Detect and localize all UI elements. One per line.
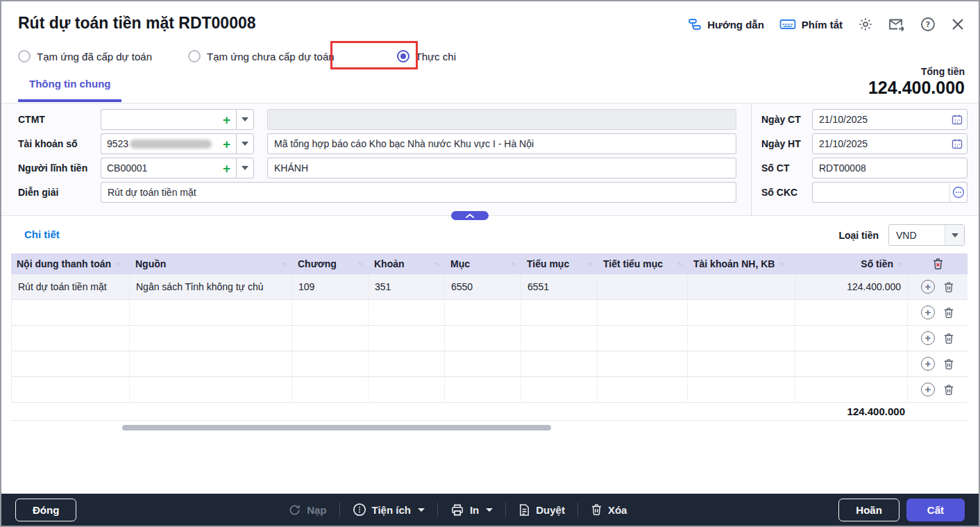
date-ht-field[interactable]: 21/10/2025: [812, 133, 968, 154]
add-plus-icon[interactable]: +: [223, 162, 230, 175]
form-divider: [751, 103, 752, 216]
close-icon[interactable]: [951, 17, 965, 31]
table-row-empty[interactable]: +: [11, 377, 968, 403]
approve-button[interactable]: Duyệt: [518, 503, 565, 517]
ellipsis-circle-icon: [952, 186, 965, 199]
col-tai-khoan-nh-kb[interactable]: Tài khoản NH, KB↑↓: [688, 253, 795, 274]
add-row-icon[interactable]: +: [921, 383, 935, 396]
sort-icon[interactable]: ↑↓: [677, 260, 682, 267]
document-icon: [518, 503, 530, 517]
collapse-form-button[interactable]: [451, 211, 489, 220]
sort-icon[interactable]: ↑↓: [587, 260, 592, 267]
delete-row-icon[interactable]: [943, 307, 954, 319]
date-ct-field[interactable]: 21/10/2025: [812, 109, 968, 130]
sort-icon[interactable]: ↑↓: [282, 260, 287, 267]
add-row-icon[interactable]: +: [921, 331, 935, 345]
table-row[interactable]: Rút dự toán tiền mặt Ngân sách Tỉnh khôn…: [11, 274, 968, 300]
col-muc[interactable]: Mục↑↓: [445, 253, 521, 274]
reload-button[interactable]: Nạp: [288, 503, 326, 517]
utilities-button[interactable]: Tiện ích: [353, 503, 425, 517]
col-chuong[interactable]: Chương↑↓: [292, 253, 369, 274]
shortcut-label: Phím tắt: [802, 19, 843, 31]
postpone-button[interactable]: Hoãn: [838, 499, 899, 521]
separator: [339, 503, 340, 517]
col-khoan[interactable]: Khoản↑↓: [369, 253, 445, 274]
utilities-circle-icon: [353, 503, 366, 517]
calendar-icon[interactable]: [952, 114, 963, 125]
page-title: Rút dự toán tiền mặt RDT00008: [18, 14, 256, 33]
detail-title: Chi tiết: [24, 228, 60, 240]
redacted-account-digits: [130, 140, 212, 149]
col-so-tien[interactable]: Số tiền↑↓: [795, 253, 908, 274]
sort-icon[interactable]: ↑↓: [115, 260, 120, 267]
calendar-icon[interactable]: [952, 138, 963, 149]
sort-icon[interactable]: ↑↓: [511, 260, 516, 267]
scrollbar-thumb[interactable]: [122, 425, 551, 430]
sort-icon[interactable]: ↑↓: [779, 260, 784, 267]
ctmt-input[interactable]: +: [101, 109, 236, 130]
gear-icon[interactable]: [858, 17, 873, 32]
close-button[interactable]: Đóng: [15, 499, 76, 521]
detail-table: Nội dung thanh toán↑↓ Nguồn↑↓ Chương↑↓ K…: [11, 253, 968, 421]
trash-x-icon[interactable]: [932, 258, 944, 270]
mail-send-icon[interactable]: [888, 17, 905, 31]
save-button[interactable]: Cất: [906, 499, 965, 521]
sort-icon[interactable]: ↑↓: [358, 260, 363, 267]
separator: [437, 503, 438, 517]
row-actions: +: [908, 351, 968, 377]
delete-row-icon[interactable]: [943, 358, 954, 370]
title-actions: Hướng dẫn Phím tắt ?: [688, 17, 965, 32]
doc-no-field[interactable]: RDT00008: [812, 158, 968, 178]
receiver-combo: CB00001 +: [101, 158, 254, 178]
table-row-empty[interactable]: +: [11, 326, 968, 351]
ctmt-dropdown-button[interactable]: [236, 109, 254, 130]
add-plus-icon[interactable]: +: [223, 113, 230, 126]
radio-tam-ung-chua-cap[interactable]: Tạm ứng chưa cấp dự toán: [188, 50, 335, 62]
ckc-lookup-button[interactable]: [949, 182, 968, 203]
receiver-input[interactable]: CB00001 +: [101, 158, 236, 178]
table-total: 124.400.000: [11, 403, 968, 421]
account-dropdown-button[interactable]: [236, 133, 254, 154]
radio-thuc-chi[interactable]: Thực chi: [397, 50, 456, 62]
receiver-dropdown-button[interactable]: [236, 158, 254, 178]
add-row-icon[interactable]: +: [921, 357, 935, 371]
row-actions: +: [908, 274, 968, 300]
radio-icon: [188, 50, 201, 62]
description-field[interactable]: Rút dự toán tiền mặt: [101, 182, 736, 203]
col-noi-dung[interactable]: Nội dung thanh toán↑↓: [11, 253, 130, 274]
delete-button[interactable]: Xóa: [591, 503, 627, 516]
add-plus-icon[interactable]: +: [223, 137, 230, 151]
currency-select[interactable]: VND: [888, 224, 965, 246]
ckc-no-field[interactable]: [812, 182, 949, 203]
print-button[interactable]: In: [450, 503, 493, 517]
col-nguon[interactable]: Nguồn↑↓: [130, 253, 292, 274]
radio-icon: [18, 50, 31, 62]
sort-icon[interactable]: ↑↓: [434, 260, 439, 267]
guide-button[interactable]: Hướng dẫn: [688, 17, 764, 31]
footer-toolbar: Đóng Nạp Tiện ích In: [1, 494, 979, 526]
total-amount-block: Tổng tiền 124.400.000: [868, 66, 965, 98]
shortcut-button[interactable]: Phím tắt: [779, 18, 843, 31]
col-tiet-tieu-muc[interactable]: Tiết tiểu mục↑↓: [598, 253, 688, 274]
delete-row-icon[interactable]: [943, 384, 954, 396]
radio-tam-ung-da-cap[interactable]: Tạm ứng đã cấp dự toán: [18, 50, 152, 62]
tab-thong-tin-chung[interactable]: Thông tin chung: [18, 78, 121, 102]
add-row-icon[interactable]: +: [921, 280, 935, 294]
chevron-down-icon: [418, 508, 425, 512]
add-row-icon[interactable]: +: [921, 306, 935, 319]
title-bar: Rút dự toán tiền mặt RDT00008 Hướng dẫn …: [1, 1, 979, 42]
receiver-name-field[interactable]: KHÁNH: [267, 158, 736, 178]
horizontal-scrollbar[interactable]: [11, 424, 968, 432]
table-row-empty[interactable]: +: [11, 300, 968, 326]
help-icon[interactable]: ?: [920, 17, 936, 32]
ctmt-combo: +: [101, 109, 254, 130]
delete-row-icon[interactable]: [943, 333, 954, 344]
table-row-empty[interactable]: +: [11, 351, 968, 377]
general-info-form: CTMT + Tài khoản số 9523 + Mã tổng hợp b…: [1, 103, 979, 216]
col-delete-all[interactable]: [908, 253, 968, 274]
account-desc-field[interactable]: Mã tổng hợp báo cáo Kho bạc Nhà nước Khu…: [267, 133, 736, 154]
col-tieu-muc[interactable]: Tiểu mục↑↓: [521, 253, 598, 274]
delete-row-icon[interactable]: [943, 281, 954, 293]
sort-icon[interactable]: ↑↓: [897, 260, 902, 267]
account-input[interactable]: 9523 +: [101, 133, 236, 154]
